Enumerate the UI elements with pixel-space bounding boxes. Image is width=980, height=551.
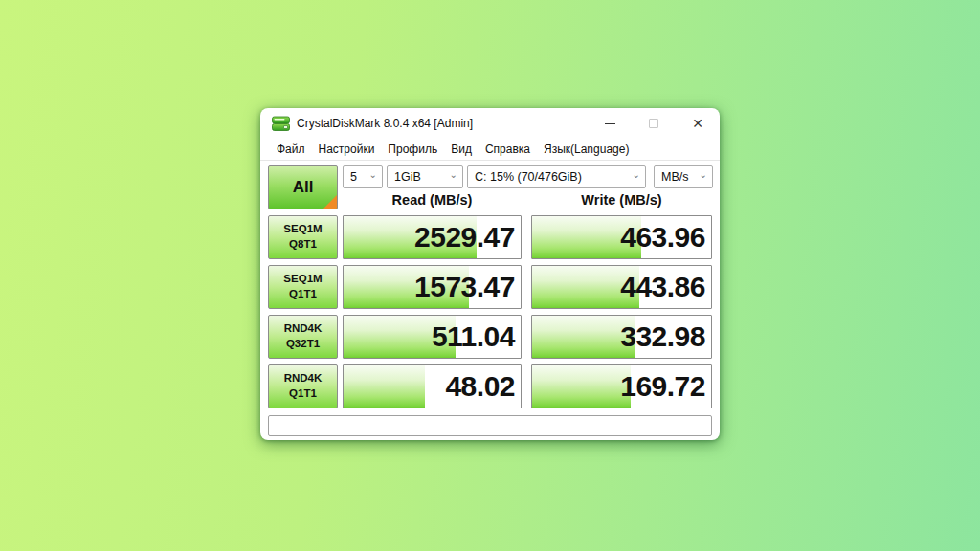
minimize-button[interactable]: [588, 108, 632, 139]
read-result-cell[interactable]: 48.02: [343, 364, 522, 408]
test-queue: Q8T1: [289, 237, 317, 253]
main-content: All 5 ⌄ 1GiB ⌄ C: 15% (70/476GiB) ⌄: [260, 161, 720, 436]
close-icon: ✕: [692, 117, 703, 130]
run-all-label: All: [293, 178, 314, 197]
chevron-down-icon: ⌄: [700, 170, 707, 180]
read-bar: [344, 365, 425, 408]
table-row-seq1m-q8t1: SEQ1M Q8T1 2529.47 463.96: [268, 215, 712, 259]
window-controls: ✕: [588, 108, 720, 139]
table-row-rnd4k-q1t1: RND4K Q1T1 48.02 169.72: [268, 364, 712, 408]
target-drive-value: C: 15% (70/476GiB): [475, 170, 582, 184]
results-table: SEQ1M Q8T1 2529.47 463.96 SEQ1M Q1T1: [268, 215, 712, 408]
read-value: 511.04: [432, 322, 521, 351]
run-all-button[interactable]: All: [268, 165, 338, 209]
menu-bar: Файл Настройки Профиль Вид Справка Язык(…: [260, 139, 720, 161]
write-value: 169.72: [620, 372, 711, 401]
read-result-cell[interactable]: 511.04: [343, 315, 522, 359]
window-title: CrystalDiskMark 8.0.4 x64 [Admin]: [297, 117, 588, 130]
toolbar-right: 5 ⌄ 1GiB ⌄ C: 15% (70/476GiB) ⌄ MB/s ⌄: [343, 165, 713, 209]
resize-corner-icon: [323, 195, 337, 209]
test-button-rnd4k-q1t1[interactable]: RND4K Q1T1: [268, 364, 338, 408]
chevron-down-icon: ⌄: [450, 170, 457, 180]
write-result-cell[interactable]: 463.96: [531, 215, 712, 259]
settings-dropdowns: 5 ⌄ 1GiB ⌄ C: 15% (70/476GiB) ⌄ MB/s ⌄: [343, 165, 713, 188]
test-size-value: 1GiB: [394, 170, 421, 184]
test-size-select[interactable]: 1GiB ⌄: [387, 165, 463, 188]
read-value: 2529.47: [414, 223, 521, 252]
unit-select[interactable]: MB/s ⌄: [654, 165, 713, 188]
table-row-rnd4k-q32t1: RND4K Q32T1 511.04 332.98: [268, 315, 712, 359]
disk-icon: [272, 116, 290, 132]
chevron-down-icon: ⌄: [369, 170, 377, 180]
menu-help[interactable]: Справка: [479, 141, 537, 158]
test-queue: Q1T1: [289, 386, 317, 402]
write-value: 443.86: [620, 273, 711, 301]
menu-view[interactable]: Вид: [444, 141, 479, 158]
menu-profile[interactable]: Профиль: [381, 141, 444, 158]
write-column-header: Write (MB/s): [531, 192, 712, 208]
test-button-seq1m-q8t1[interactable]: SEQ1M Q8T1: [268, 215, 338, 259]
column-headers: Read (MB/s) Write (MB/s): [343, 188, 713, 209]
read-value: 48.02: [445, 372, 521, 401]
test-name: SEQ1M: [283, 222, 322, 237]
write-result-cell[interactable]: 443.86: [531, 265, 712, 309]
maximize-icon: [649, 119, 658, 128]
table-row-seq1m-q1t1: SEQ1M Q1T1 1573.47 443.86: [268, 265, 712, 309]
test-name: RND4K: [284, 321, 323, 337]
write-bar: [532, 365, 631, 408]
read-value: 1573.47: [414, 273, 521, 301]
menu-language[interactable]: Язык(Language): [537, 141, 635, 158]
read-result-cell[interactable]: 2529.47: [343, 215, 522, 259]
test-name: SEQ1M: [283, 272, 322, 287]
write-value: 332.98: [620, 322, 711, 351]
write-value: 463.96: [620, 223, 711, 252]
unit-value: MB/s: [661, 170, 688, 184]
test-button-rnd4k-q32t1[interactable]: RND4K Q32T1: [268, 315, 338, 359]
menu-settings[interactable]: Настройки: [312, 141, 382, 158]
target-drive-select[interactable]: C: 15% (70/476GiB) ⌄: [467, 165, 646, 188]
test-button-seq1m-q1t1[interactable]: SEQ1M Q1T1: [268, 265, 338, 309]
test-name: RND4K: [284, 371, 323, 386]
test-queue: Q1T1: [289, 287, 317, 302]
read-result-cell[interactable]: 1573.47: [343, 265, 522, 309]
toolbar: All 5 ⌄ 1GiB ⌄ C: 15% (70/476GiB) ⌄: [268, 165, 712, 209]
test-queue: Q32T1: [286, 337, 320, 352]
menu-file[interactable]: Файл: [270, 141, 312, 158]
test-count-select[interactable]: 5 ⌄: [343, 165, 383, 188]
comment-input[interactable]: [268, 415, 712, 436]
crystaldiskmark-window: CrystalDiskMark 8.0.4 x64 [Admin] ✕ Файл…: [260, 108, 720, 440]
write-result-cell[interactable]: 169.72: [531, 364, 712, 408]
minimize-icon: [605, 123, 615, 124]
chevron-down-icon: ⌄: [633, 170, 640, 180]
read-column-header: Read (MB/s): [343, 192, 522, 208]
title-bar[interactable]: CrystalDiskMark 8.0.4 x64 [Admin] ✕: [260, 108, 720, 139]
close-button[interactable]: ✕: [676, 108, 720, 139]
test-count-value: 5: [350, 170, 357, 184]
maximize-button[interactable]: [632, 108, 676, 139]
write-result-cell[interactable]: 332.98: [531, 315, 712, 359]
